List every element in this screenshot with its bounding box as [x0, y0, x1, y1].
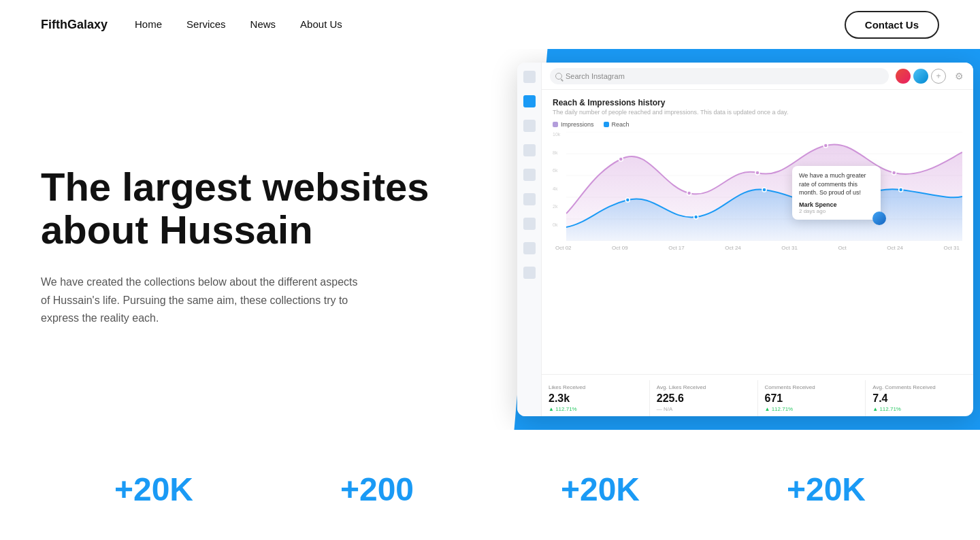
- avatar-blue: [913, 69, 928, 84]
- card-content: Reach & Impressions history The daily nu…: [542, 90, 973, 374]
- stat-avg-comments-change: ▲ 112.71%: [872, 406, 966, 412]
- chart-tooltip: We have a much greater rate of comments …: [792, 166, 881, 220]
- stat-comments: Comments Received 671 ▲ 112.71%: [758, 380, 866, 416]
- nav-about[interactable]: About Us: [300, 18, 342, 30]
- svg-point-12: [694, 215, 698, 219]
- stat-avg-comments-label: Avg. Comments Received: [872, 384, 966, 390]
- stat-avg-likes: Avg. Likes Received 225.6 — N/A: [650, 380, 758, 416]
- settings-icon[interactable]: ⚙: [953, 70, 965, 82]
- chart-area: 0k 2k 4k 6k 8k 10k: [553, 132, 962, 241]
- tooltip-user: Mark Spence: [799, 201, 874, 208]
- navbar: FifthGalaxy Home Services News About Us …: [0, 0, 980, 49]
- x-axis-labels: Oct 02 Oct 09 Oct 17 Oct 24 Oct 31 Oct O…: [553, 245, 962, 251]
- tooltip-time: 2 days ago: [799, 208, 874, 214]
- nav-news[interactable]: News: [250, 18, 276, 30]
- tooltip-text: We have a much greater rate of comments …: [799, 171, 874, 197]
- hero-right: Search Instagram + ⚙ Reach & Impressions…: [490, 49, 980, 430]
- sidebar-icon-grid: [523, 144, 536, 156]
- stat-avg-comments-value: 7.4: [872, 392, 966, 405]
- legend-reach: Reach: [604, 121, 630, 128]
- chart-legend: Impressions Reach: [553, 121, 962, 128]
- sidebar-icon-check: [523, 242, 536, 254]
- hero-left: The largest websites about Hussain We ha…: [0, 49, 490, 430]
- stat-likes-value: 2.3k: [549, 392, 642, 405]
- bottom-stat-1: +20K: [114, 471, 193, 508]
- avatar-add-button[interactable]: +: [931, 69, 946, 84]
- card-sidebar: [517, 63, 542, 416]
- sidebar-icon-circle: [523, 120, 536, 132]
- avatar-group: +: [896, 69, 946, 84]
- svg-point-8: [755, 171, 760, 175]
- bottom-stat-2: +200: [340, 471, 414, 508]
- sidebar-icon-cam: [523, 218, 536, 230]
- card-topbar: Search Instagram + ⚙: [542, 63, 973, 90]
- sidebar-icon-menu: [523, 71, 536, 83]
- search-icon: [555, 73, 562, 80]
- bottom-stats-section: +20K +200 +20K +20K: [0, 430, 980, 535]
- navbar-right: Contact Us: [845, 11, 939, 39]
- stat-likes-label: Likes Received: [549, 384, 642, 390]
- stats-row: Likes Received 2.3k ▲ 112.71% Avg. Likes…: [542, 374, 973, 416]
- svg-point-9: [823, 144, 828, 148]
- stat-likes: Likes Received 2.3k ▲ 112.71%: [542, 380, 650, 416]
- stat-avg-likes-label: Avg. Likes Received: [657, 384, 751, 390]
- bottom-stat-value-4: +20K: [787, 471, 866, 508]
- legend-dot-impressions: [553, 122, 558, 127]
- bottom-stat-4: +20K: [787, 471, 866, 508]
- chart-subtitle: The daily number of people reached and i…: [553, 109, 962, 116]
- bottom-stat-value-2: +200: [340, 471, 414, 508]
- stat-comments-change: ▲ 112.71%: [765, 406, 859, 412]
- chart-svg: [566, 132, 962, 241]
- chart-title: Reach & Impressions history: [553, 98, 962, 107]
- svg-point-6: [619, 157, 623, 161]
- sidebar-icon-dots: [523, 267, 536, 279]
- legend-impressions: Impressions: [553, 121, 594, 128]
- contact-us-button[interactable]: Contact Us: [845, 11, 939, 39]
- stat-comments-value: 671: [765, 392, 859, 405]
- avatar-red: [896, 69, 911, 84]
- sidebar-icon-chart: [523, 95, 536, 107]
- dashboard-card: Search Instagram + ⚙ Reach & Impressions…: [517, 63, 973, 416]
- stat-comments-label: Comments Received: [765, 384, 859, 390]
- stat-avg-likes-change: — N/A: [657, 406, 751, 412]
- tooltip-avatar: [872, 212, 886, 225]
- card-main: Search Instagram + ⚙ Reach & Impressions…: [542, 63, 973, 416]
- stat-avg-likes-value: 225.6: [657, 392, 751, 405]
- sidebar-icon-apps: [523, 193, 536, 205]
- stat-avg-comments: Avg. Comments Received 7.4 ▲ 112.71%: [866, 380, 973, 416]
- nav-links: Home Services News About Us: [135, 18, 342, 31]
- bottom-stat-value-1: +20K: [114, 471, 193, 508]
- hero-description: We have created the collections below ab…: [41, 273, 368, 327]
- stat-likes-change: ▲ 112.71%: [549, 406, 642, 412]
- hero-section: The largest websites about Hussain We ha…: [0, 49, 980, 430]
- search-bar[interactable]: Search Instagram: [550, 68, 889, 84]
- sidebar-icon-img: [523, 169, 536, 181]
- y-axis-labels: 0k 2k 4k 6k 8k 10k: [553, 132, 566, 227]
- nav-home[interactable]: Home: [135, 18, 162, 30]
- nav-services[interactable]: Services: [186, 18, 226, 30]
- bottom-stat-value-3: +20K: [561, 471, 640, 508]
- search-placeholder: Search Instagram: [566, 72, 625, 80]
- svg-point-15: [899, 188, 903, 192]
- hero-title: The largest websites about Hussain: [41, 165, 449, 252]
- bottom-stat-3: +20K: [561, 471, 640, 508]
- svg-point-11: [625, 198, 630, 202]
- legend-dot-reach: [604, 122, 609, 127]
- svg-point-7: [687, 191, 691, 195]
- svg-point-13: [762, 188, 766, 192]
- brand-logo: FifthGalaxy: [41, 18, 108, 32]
- svg-point-10: [892, 171, 896, 175]
